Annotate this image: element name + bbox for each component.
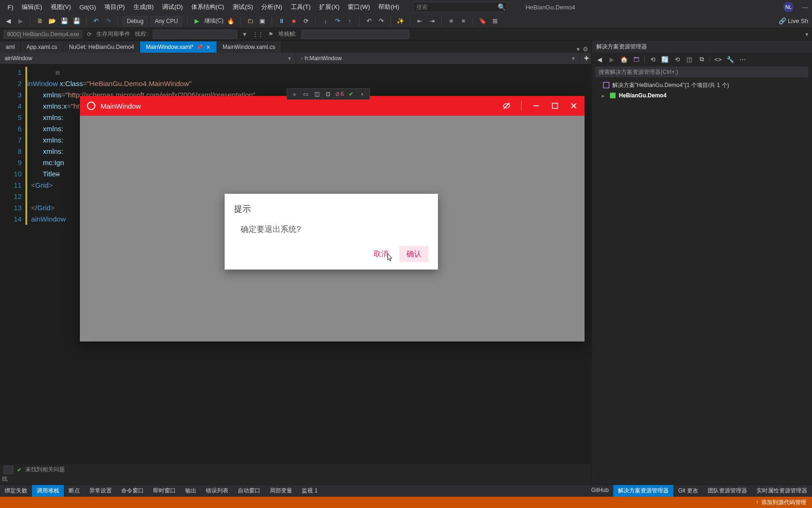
visibility-icon[interactable]	[502, 102, 511, 110]
bt-output[interactable]: 输出	[180, 485, 201, 497]
chevron-right-icon[interactable]: ▸	[602, 93, 607, 98]
crumb-member[interactable]: ▫ h:MainWindow ▾	[296, 53, 580, 64]
bt-team-explorer[interactable]: 团队资源管理器	[703, 485, 752, 497]
wrench-icon[interactable]: 🔧	[726, 55, 734, 64]
fold-icon[interactable]: ⊟	[55, 67, 62, 78]
xaml-debug-toolbar[interactable]: ⟐ ▭ ◫ ⊡ ⊘6 ✔ ‹	[287, 88, 370, 100]
panel-search[interactable]: 搜索解决方案资源管理器(Ctrl+;)	[595, 67, 808, 77]
menu-project[interactable]: 项目(P)	[101, 1, 128, 13]
menu-extensions[interactable]: 扩展(X)	[315, 1, 343, 13]
undo-icon[interactable]: ↶	[91, 16, 101, 26]
pause-icon[interactable]: ⏸	[277, 16, 286, 26]
step-over-icon[interactable]: ↷	[333, 16, 342, 26]
lifecycle-icon[interactable]: ⟳	[87, 31, 92, 38]
sync-icon[interactable]: ⟲	[648, 55, 657, 64]
home-back-icon[interactable]: ◀	[595, 55, 604, 64]
tree-solution-row[interactable]: 解决方案"HeBianGu.Demo4"(1 个项目/共 1 个)	[595, 80, 808, 90]
live-share-button[interactable]: 🔗 Live Sh	[779, 17, 808, 24]
fold-icon[interactable]: ⊟	[55, 168, 62, 180]
nav-fwd-icon[interactable]: ▶	[16, 16, 25, 26]
browser-icon[interactable]: 🗀	[245, 16, 255, 26]
search-icon[interactable]: 🔍	[498, 3, 506, 11]
warning-count[interactable]: ⊘6	[335, 91, 344, 97]
new-project-icon[interactable]: 🗎	[35, 16, 45, 26]
thread-combo[interactable]	[153, 30, 237, 39]
code-icon[interactable]: <>	[714, 55, 722, 64]
menu-test[interactable]: 测试(S)	[229, 1, 257, 13]
bt-binding-fail[interactable]: 绑定失败	[0, 485, 32, 497]
collapse-icon[interactable]: ⟲	[673, 55, 681, 64]
tab-overflow-icon[interactable]: ▾	[577, 46, 580, 53]
switch-view-icon[interactable]: 🗔	[632, 55, 640, 64]
bt-live-properties[interactable]: 实时属性资源管理器	[752, 485, 812, 497]
config-combo[interactable]: Debug	[123, 16, 148, 26]
hot-reload-ok-icon[interactable]: ✔	[347, 90, 355, 98]
home-fwd-icon[interactable]: ▶	[608, 55, 616, 64]
open-icon[interactable]: 📂	[47, 16, 57, 26]
step-into-icon[interactable]: ↓	[320, 16, 330, 26]
indent-left-icon[interactable]: ⇤	[415, 16, 424, 26]
uncomment-icon[interactable]: ≡	[459, 16, 468, 26]
collapse-left-icon[interactable]: ‹	[358, 90, 367, 98]
show-all-icon[interactable]: ◫	[685, 55, 694, 64]
bt-exceptions[interactable]: 异常设置	[85, 485, 117, 497]
bt-breakpoints[interactable]: 断点	[64, 485, 85, 497]
select-icon[interactable]: ▭	[301, 90, 310, 98]
tab-settings-icon[interactable]: ⚙	[583, 46, 588, 53]
continue-icon[interactable]: ▶	[192, 16, 202, 26]
stop-icon[interactable]: ■	[289, 16, 298, 26]
redo-icon-2[interactable]: ↷	[376, 16, 386, 26]
restart-icon[interactable]: ⟳	[301, 16, 311, 26]
app-minimize-icon[interactable]	[532, 102, 540, 110]
home-icon[interactable]: 🏠	[620, 55, 628, 64]
track-icon[interactable]: ⊡	[324, 90, 332, 98]
error-filter-combo[interactable]	[4, 466, 13, 474]
step-out-icon[interactable]: ↑	[345, 16, 354, 26]
search-input[interactable]	[413, 2, 507, 12]
bt-solution-explorer[interactable]: 解决方案资源管理器	[613, 485, 673, 497]
tree-project-row[interactable]: ▸ HeBianGu.Demo4	[595, 90, 808, 101]
menu-help[interactable]: 帮助(H)	[375, 1, 403, 13]
undo-icon-2[interactable]: ↶	[364, 16, 374, 26]
tab-mainwindow-xaml-cs[interactable]: MainWindow.xaml.cs	[217, 41, 281, 53]
menu-window[interactable]: 窗口(W)	[344, 1, 374, 13]
pin-icon[interactable]: 📌	[196, 44, 203, 50]
cancel-button[interactable]: 取消	[367, 246, 396, 262]
menu-architecture[interactable]: 体系结构(C)	[187, 1, 228, 13]
copy-icon[interactable]: ⧉	[697, 55, 706, 64]
tab-aml[interactable]: aml	[0, 41, 21, 53]
redo-icon[interactable]: ↷	[103, 16, 113, 26]
avatar[interactable]: NL	[783, 2, 794, 12]
menu-edit[interactable]: 编辑(E)	[18, 1, 46, 13]
bt-error-list[interactable]: 错误列表	[201, 485, 233, 497]
menu-git[interactable]: Git(G)	[76, 2, 100, 13]
tab-mainwindow-xaml[interactable]: MainWindow.xaml* 📌 ✕	[140, 41, 217, 53]
nav-back-icon[interactable]: ◀	[4, 16, 13, 26]
flag-icon[interactable]: ⚑	[268, 31, 273, 38]
close-icon[interactable]: ✕	[206, 44, 211, 51]
bt-github[interactable]: GitHub	[586, 485, 613, 497]
inspect-icon[interactable]: ⟐	[290, 90, 298, 98]
process-combo[interactable]: 9000] HeBianGu.Demo4.exe	[4, 30, 82, 39]
save-icon[interactable]: 💾	[60, 16, 69, 26]
hot-reload-icon[interactable]: 🔥	[226, 16, 235, 26]
bt-watch1[interactable]: 监视 1	[297, 485, 322, 497]
screenshot-icon[interactable]: ▣	[258, 16, 267, 26]
app-close-icon[interactable]	[570, 102, 578, 110]
menu-debug[interactable]: 调试(D)	[158, 1, 187, 13]
overflow-icon[interactable]: ▾	[805, 31, 808, 38]
tab-app-xaml-cs[interactable]: App.xaml.cs	[21, 41, 63, 53]
crumb-class[interactable]: ainWindow ▾	[0, 53, 296, 64]
tab-nuget[interactable]: NuGet: HeBianGu.Demo4	[63, 41, 141, 53]
continue-label[interactable]: 继续(C)	[204, 17, 224, 25]
format-icon[interactable]: ⊞	[490, 16, 500, 26]
more-icon[interactable]: ⋯	[738, 55, 747, 64]
stackframe-combo[interactable]	[301, 30, 409, 39]
menu-tools[interactable]: 工具(T)	[287, 1, 315, 13]
menu-build[interactable]: 生成(B)	[130, 1, 157, 13]
threads-icon[interactable]: ⋮⋮	[252, 31, 264, 38]
scm-up-icon[interactable]: ↑	[756, 499, 758, 506]
bt-command[interactable]: 命令窗口	[117, 485, 148, 497]
bt-locals[interactable]: 局部变量	[265, 485, 297, 497]
window-minimize-icon[interactable]: —	[802, 4, 808, 11]
